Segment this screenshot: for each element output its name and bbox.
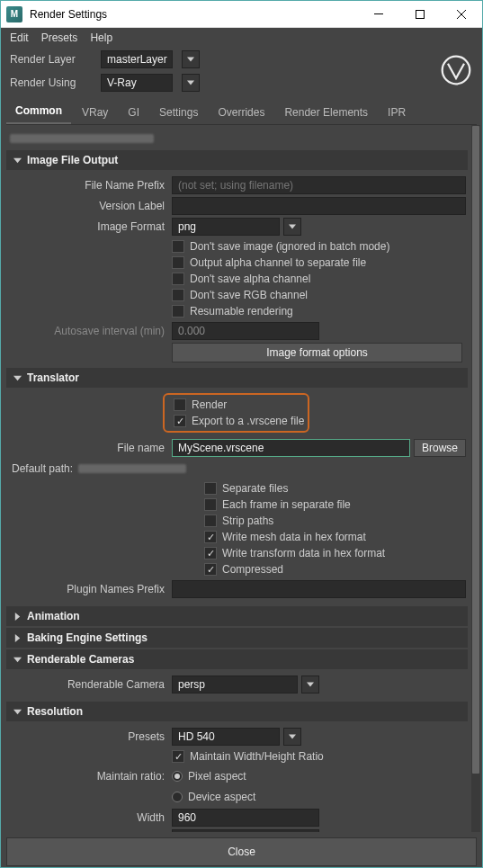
image-format-options-button[interactable]: Image format options (172, 343, 462, 362)
menubar: Edit Presets Help (1, 28, 482, 48)
section-header-animation[interactable]: Animation (6, 606, 468, 626)
section-translator: Translator Render Export to a .vrscene f… (6, 368, 482, 604)
dont-save-alpha-checkbox[interactable] (172, 273, 184, 285)
xform-hex-checkbox[interactable] (204, 547, 217, 559)
render-label: Render (192, 398, 227, 411)
plugin-names-prefix-label: Plugin Names Prefix (6, 583, 172, 595)
chevron-down-icon (13, 157, 22, 165)
file-name-input[interactable] (172, 439, 410, 457)
default-path-label: Default path: (12, 462, 73, 475)
render-using-label: Render Using (10, 76, 95, 89)
dropdown-arrow-icon[interactable] (182, 74, 200, 92)
tab-render-elements[interactable]: Render Elements (275, 102, 377, 124)
tab-vray[interactable]: VRay (73, 102, 117, 124)
compressed-label: Compressed (222, 563, 283, 576)
dropdown-arrow-icon[interactable] (283, 728, 301, 746)
menu-edit[interactable]: Edit (10, 31, 29, 44)
render-checkbox[interactable] (174, 398, 186, 411)
svg-rect-1 (416, 10, 425, 18)
tab-gi[interactable]: GI (119, 102, 148, 124)
body: Edit Presets Help Render Layer masterLay… (1, 28, 482, 866)
highlight-box: Render Export to a .vrscene file (163, 393, 309, 433)
autosave-interval-input[interactable] (172, 322, 319, 340)
tab-bar: Common VRay GI Settings Overrides Render… (6, 100, 477, 125)
dont-save-rgb-checkbox[interactable] (172, 289, 184, 301)
section-cameras: Renderable Cameras Renderable Camera per… (6, 649, 482, 700)
menu-help[interactable]: Help (90, 31, 112, 44)
render-layer-row: Render Layer masterLayer (1, 48, 482, 71)
app-logo-icon: M (6, 6, 22, 22)
scrollbar-vertical[interactable] (471, 125, 480, 832)
scrollbar-thumb[interactable] (472, 126, 479, 774)
maintain-ratio-label: Maintain Width/Height Ratio (190, 750, 324, 763)
plugin-names-prefix-input[interactable] (172, 580, 466, 598)
output-alpha-separate-checkbox[interactable] (172, 256, 184, 269)
tab-ipr[interactable]: IPR (379, 102, 415, 124)
menu-presets[interactable]: Presets (41, 31, 78, 44)
dropdown-arrow-icon[interactable] (301, 676, 319, 694)
section-animation: Animation (6, 606, 482, 626)
renderable-camera-dropdown[interactable]: persp (172, 676, 298, 694)
section-header-baking[interactable]: Baking Engine Settings (6, 628, 468, 648)
file-name-prefix-input[interactable] (172, 176, 466, 194)
chevron-down-icon (13, 656, 22, 664)
dont-save-alpha-label: Don't save alpha channel (190, 273, 310, 285)
presets-dropdown[interactable]: HD 540 (172, 728, 280, 746)
section-header-imgout[interactable]: Image File Output (6, 150, 468, 170)
resumable-rendering-checkbox[interactable] (172, 305, 184, 318)
pixel-aspect-label: Pixel aspect (188, 770, 246, 783)
autosave-interval-label: Autosave interval (min) (6, 325, 172, 337)
minimize-button[interactable] (358, 1, 399, 28)
presets-label: Presets (6, 730, 172, 743)
render-using-row: Render Using V-Ray (1, 71, 482, 94)
section-header-cameras[interactable]: Renderable Cameras (6, 649, 468, 669)
width-label: Width (6, 811, 172, 824)
chevron-down-icon (13, 374, 22, 382)
height-input[interactable] (172, 829, 319, 832)
content-panel: Image File Output File Name Prefix Versi… (1, 125, 482, 832)
vray-logo-icon (440, 54, 472, 86)
browse-button[interactable]: Browse (414, 439, 466, 457)
strip-paths-label: Strip paths (222, 515, 273, 527)
compressed-checkbox[interactable] (204, 563, 217, 576)
dropdown-arrow-icon[interactable] (283, 218, 301, 236)
tab-overrides[interactable]: Overrides (209, 102, 273, 124)
section-image-file-output: Image File Output File Name Prefix Versi… (6, 150, 482, 366)
image-format-label: Image Format (6, 220, 172, 233)
default-path-value (78, 464, 186, 473)
dont-save-rgb-label: Don't save RGB channel (190, 289, 308, 301)
render-layer-dropdown[interactable]: masterLayer (101, 50, 173, 68)
image-format-dropdown[interactable]: png (172, 218, 280, 236)
width-input[interactable] (172, 809, 319, 827)
each-frame-label: Each frame in separate file (222, 498, 351, 511)
each-frame-checkbox[interactable] (204, 498, 217, 511)
pixel-aspect-radio[interactable] (172, 771, 183, 782)
render-using-dropdown[interactable]: V-Ray (101, 74, 173, 92)
mesh-hex-label: Write mesh data in hex format (222, 531, 366, 543)
close-button[interactable] (441, 1, 482, 28)
window-title: Render Settings (30, 8, 358, 21)
device-aspect-radio[interactable] (172, 792, 183, 802)
window-titlebar: M Render Settings (1, 1, 482, 28)
export-vrscene-checkbox[interactable] (174, 415, 186, 427)
chevron-right-icon (13, 613, 22, 621)
maintain-ratio-checkbox[interactable] (172, 750, 184, 763)
xform-hex-label: Write transform data in hex format (222, 547, 385, 559)
mesh-hex-checkbox[interactable] (204, 531, 217, 543)
output-path-preview (10, 134, 468, 143)
svg-rect-0 (374, 13, 383, 14)
section-header-resolution[interactable]: Resolution (6, 702, 468, 721)
tab-common[interactable]: Common (6, 100, 71, 124)
tab-settings[interactable]: Settings (150, 102, 207, 124)
close-dialog-button[interactable]: Close (6, 837, 477, 866)
separate-files-checkbox[interactable] (204, 482, 217, 495)
section-header-translator[interactable]: Translator (6, 368, 468, 388)
version-label-input[interactable] (172, 197, 466, 215)
section-resolution: Resolution Presets HD 540 Maintain Width… (6, 702, 482, 832)
device-aspect-label: Device aspect (188, 791, 255, 803)
maximize-button[interactable] (399, 1, 441, 28)
dropdown-arrow-icon[interactable] (182, 50, 200, 68)
strip-paths-checkbox[interactable] (204, 515, 217, 527)
dont-save-image-label: Don't save image (ignored in batch mode) (190, 240, 389, 253)
dont-save-image-checkbox[interactable] (172, 240, 184, 253)
